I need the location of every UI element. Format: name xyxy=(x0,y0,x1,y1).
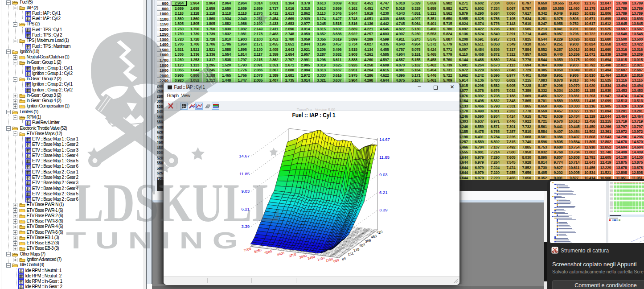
svg-text:4600: 4600 xyxy=(277,251,285,256)
svg-text:6250: 6250 xyxy=(254,248,262,254)
svg-text:11.85: 11.85 xyxy=(239,171,250,176)
svg-text:151: 151 xyxy=(347,252,354,257)
svg-text:2400: 2400 xyxy=(307,255,316,260)
svg-text:600: 600 xyxy=(333,258,340,264)
svg-text:3750: 3750 xyxy=(288,252,297,258)
svg-text:453: 453 xyxy=(370,234,377,239)
svg-text:14.67: 14.67 xyxy=(239,153,250,158)
svg-text:3.39: 3.39 xyxy=(242,224,250,229)
svg-text:Fuel :: IAP : Cyl 1: Fuel :: IAP : Cyl 1 xyxy=(292,111,336,119)
svg-text:84: 84 xyxy=(341,256,346,261)
svg-text:11.85: 11.85 xyxy=(379,155,390,160)
svg-text:14.67: 14.67 xyxy=(379,137,390,142)
svg-text:1100: 1100 xyxy=(325,257,333,263)
svg-text:5500: 5500 xyxy=(264,249,273,255)
svg-text:369: 369 xyxy=(365,238,372,244)
svg-text:520: 520 xyxy=(376,230,383,235)
svg-text:218: 218 xyxy=(353,247,360,252)
svg-text:3.39: 3.39 xyxy=(379,207,388,212)
svg-text:1700: 1700 xyxy=(317,256,325,262)
svg-text:6.21: 6.21 xyxy=(379,190,388,195)
svg-text:302: 302 xyxy=(359,243,366,248)
svg-text:3000: 3000 xyxy=(299,254,307,260)
svg-text:7000: 7000 xyxy=(243,247,252,252)
svg-text:9.03: 9.03 xyxy=(242,189,250,194)
svg-text:9.03: 9.03 xyxy=(379,172,388,177)
svg-text:6.21: 6.21 xyxy=(242,206,250,211)
